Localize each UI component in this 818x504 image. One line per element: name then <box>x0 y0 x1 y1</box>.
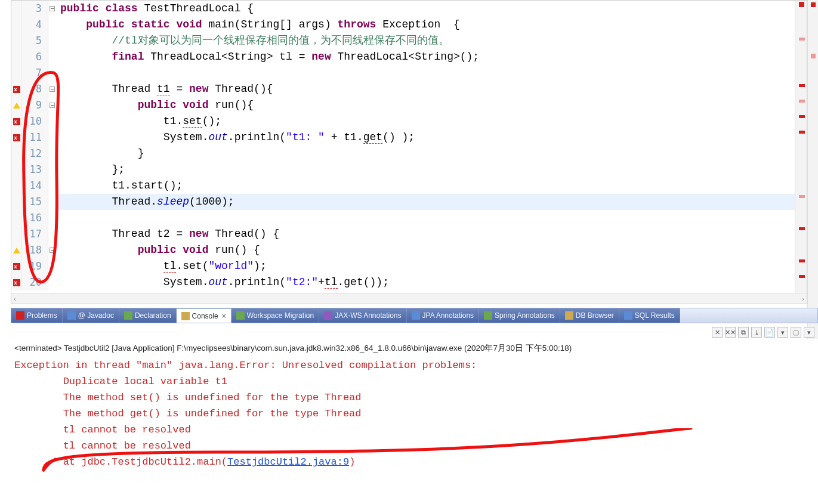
code-text[interactable]: System.out.println("t2:"+tl.get()); <box>57 274 807 290</box>
gutter-marker <box>11 274 22 290</box>
tab-label: Workspace Migration <box>247 311 314 320</box>
line-number: 4 <box>22 17 48 33</box>
code-line[interactable]: 4 public static void main(String[] args)… <box>11 17 807 33</box>
code-text[interactable]: System.out.println("t1: " + t1.get() ); <box>57 129 807 146</box>
code-line[interactable]: 18 public void run() { <box>11 242 807 258</box>
console-line: tl cannot be resolved <box>11 438 818 454</box>
code-text[interactable]: public class TestThreadLocal { <box>57 1 807 17</box>
fold-toggle-icon[interactable] <box>50 103 55 108</box>
tab-spring[interactable]: Spring Annotations <box>479 308 560 323</box>
fold-gutter[interactable] <box>48 242 57 258</box>
line-number: 8 <box>22 81 48 97</box>
gutter-marker <box>11 210 22 226</box>
scroll-left-arrow[interactable]: ‹ <box>14 295 16 302</box>
tab-problems[interactable]: Problems <box>11 308 63 323</box>
fold-gutter[interactable] <box>48 17 57 33</box>
tab-javadoc[interactable]: @ Javadoc <box>63 308 119 323</box>
code-line[interactable]: 16 <box>11 210 807 226</box>
code-text[interactable]: final ThreadLocal<String> tl = new Threa… <box>57 49 807 65</box>
console-view[interactable]: <terminated> TestjdbcUtil2 [Java Applica… <box>11 339 818 504</box>
fold-gutter[interactable] <box>48 129 57 146</box>
fold-gutter[interactable] <box>48 210 57 226</box>
fold-gutter[interactable] <box>48 65 57 81</box>
code-text[interactable]: t1.set(); <box>57 113 807 129</box>
code-text[interactable]: public void run() { <box>57 242 807 258</box>
code-line[interactable]: 19 tl.set("world"); <box>11 258 807 274</box>
code-editor[interactable]: 3public class TestThreadLocal {4 public … <box>11 0 807 304</box>
code-text[interactable] <box>57 210 807 226</box>
fold-gutter[interactable] <box>48 1 57 17</box>
bottom-tab-strip[interactable]: Problems@ JavadocDeclarationConsole×Work… <box>11 308 818 323</box>
console-line: Duplicate local variable t1 <box>11 373 818 389</box>
console-toolbar-button-2[interactable]: ⧉ <box>738 327 749 338</box>
code-text[interactable]: //tl对象可以为同一个线程保存相同的值，为不同线程保存不同的值。 <box>57 33 807 49</box>
tab-jaxws[interactable]: JAX-WS Annotations <box>319 308 406 323</box>
console-toolbar-button-3[interactable]: ⤓ <box>751 327 762 338</box>
warning-icon <box>13 248 20 253</box>
ruler-mark <box>799 84 805 87</box>
console-toolbar-button-6[interactable]: ▢ <box>791 327 801 338</box>
tab-wsmig[interactable]: Workspace Migration <box>231 308 320 323</box>
fold-gutter[interactable] <box>48 97 57 113</box>
fold-gutter[interactable] <box>48 146 57 162</box>
fold-gutter[interactable] <box>48 33 57 49</box>
code-text[interactable]: public static void main(String[] args) t… <box>57 17 807 33</box>
console-toolbar-button-7[interactable]: ▾ <box>804 327 814 338</box>
tab-console[interactable]: Console× <box>177 308 231 323</box>
console-toolbar-button-4[interactable]: 📄 <box>764 327 775 338</box>
code-line[interactable]: 15 Thread.sleep(1000); <box>11 194 807 210</box>
tab-dbbrowser[interactable]: DB Browser <box>560 308 619 323</box>
code-text[interactable] <box>57 65 807 81</box>
tab-close-icon[interactable]: × <box>222 312 226 320</box>
code-text[interactable]: tl.set("world"); <box>57 258 807 274</box>
code-text[interactable]: Thread.sleep(1000); <box>57 194 807 210</box>
fold-gutter[interactable] <box>48 81 57 97</box>
code-text[interactable]: } <box>57 146 807 162</box>
fold-gutter[interactable] <box>48 178 57 194</box>
console-toolbar-button-0[interactable]: ✕ <box>712 327 723 338</box>
line-number: 6 <box>22 49 48 65</box>
fold-toggle-icon[interactable] <box>50 248 55 253</box>
code-text[interactable]: public void run(){ <box>57 97 807 113</box>
code-line[interactable]: 17 Thread t2 = new Thread() { <box>11 226 807 242</box>
code-line[interactable]: 14 t1.start(); <box>11 178 807 194</box>
gutter-marker <box>11 113 22 129</box>
fold-gutter[interactable] <box>48 226 57 242</box>
code-line[interactable]: 6 final ThreadLocal<String> tl = new Thr… <box>11 49 807 65</box>
code-line[interactable]: 13 }; <box>11 162 807 178</box>
code-line[interactable]: 9 public void run(){ <box>11 97 807 113</box>
fold-gutter[interactable] <box>48 194 57 210</box>
stacktrace-source-link[interactable]: TestjdbcUtil2.java:9 <box>227 456 349 468</box>
code-line[interactable]: 10 t1.set(); <box>11 113 807 129</box>
tab-sqlres[interactable]: SQL Results <box>619 308 680 323</box>
gutter-marker <box>11 17 22 33</box>
code-line[interactable]: 20 System.out.println("t2:"+tl.get()); <box>11 274 807 290</box>
code-line[interactable]: 3public class TestThreadLocal { <box>11 1 807 17</box>
code-line[interactable]: 11 System.out.println("t1: " + t1.get() … <box>11 129 807 146</box>
fold-toggle-icon[interactable] <box>50 6 55 11</box>
fold-gutter[interactable] <box>48 258 57 274</box>
fold-gutter[interactable] <box>48 49 57 65</box>
spring-icon <box>484 311 492 320</box>
editor-horizontal-scrollbar[interactable]: ‹ › <box>11 293 807 304</box>
code-text[interactable]: Thread t1 = new Thread(){ <box>57 81 807 97</box>
console-stacktrace-line: at jdbc.TestjdbcUtil2.main(TestjdbcUtil2… <box>11 454 818 470</box>
code-line[interactable]: 7 <box>11 65 807 81</box>
overview-ruler[interactable] <box>795 1 807 293</box>
fold-gutter[interactable] <box>48 274 57 290</box>
code-line[interactable]: 12 } <box>11 146 807 162</box>
sqlres-icon <box>624 311 632 320</box>
code-text[interactable]: t1.start(); <box>57 178 807 194</box>
code-line[interactable]: 5 //tl对象可以为同一个线程保存相同的值，为不同线程保存不同的值。 <box>11 33 807 49</box>
code-text[interactable]: }; <box>57 162 807 178</box>
fold-gutter[interactable] <box>48 162 57 178</box>
scroll-right-arrow[interactable]: › <box>802 295 804 302</box>
code-text[interactable]: Thread t2 = new Thread() { <box>57 226 807 242</box>
fold-gutter[interactable] <box>48 113 57 129</box>
console-toolbar-button-5[interactable]: ▾ <box>777 327 788 338</box>
tab-declaration[interactable]: Declaration <box>119 308 177 323</box>
code-line[interactable]: 8 Thread t1 = new Thread(){ <box>11 81 807 97</box>
tab-jpa[interactable]: JPA Annotations <box>407 308 480 323</box>
fold-toggle-icon[interactable] <box>50 86 55 92</box>
console-toolbar-button-1[interactable]: ✕✕ <box>725 327 736 338</box>
